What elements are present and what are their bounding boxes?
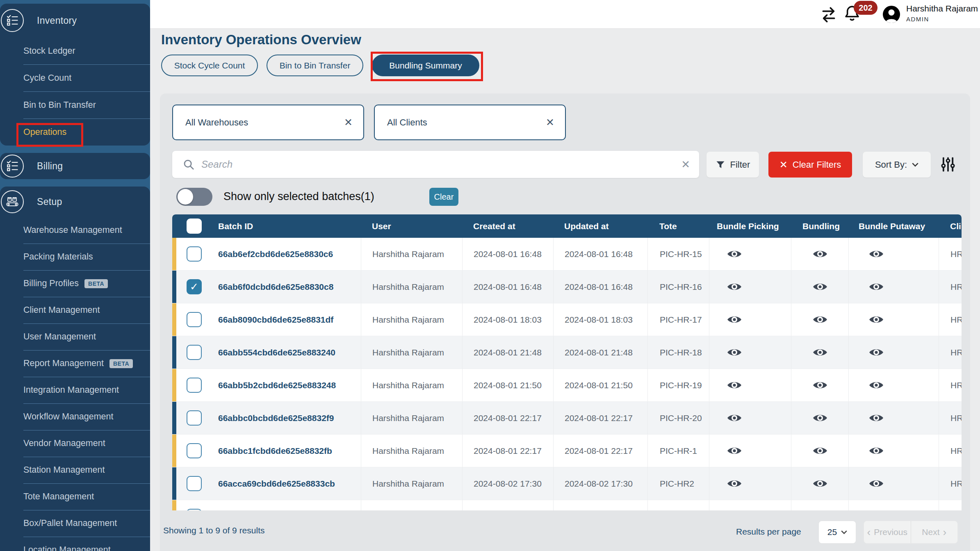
clear-search-icon[interactable]: ✕	[681, 158, 690, 171]
warehouse-filter-dropdown[interactable]: All Warehouses ✕	[172, 105, 364, 140]
row-checkbox[interactable]	[187, 443, 202, 458]
sort-by-dropdown[interactable]: Sort By:	[863, 152, 931, 178]
table-row: 66ab8090cbd6de625e8831df Harshitha Rajar…	[172, 303, 962, 336]
notification-count-badge[interactable]: 202	[854, 1, 877, 15]
bundle-putaway-view-icon[interactable]	[869, 347, 884, 358]
bundle-putaway-view-icon[interactable]	[869, 248, 884, 260]
page-size-dropdown[interactable]: 25	[818, 521, 856, 544]
sidebar-item[interactable]: Workflow Management	[0, 403, 150, 430]
row-checkbox[interactable]	[187, 378, 202, 393]
sidebar-item[interactable]: Tote Management	[0, 483, 150, 510]
sidebar-item[interactable]: Report Management BETA	[0, 350, 150, 377]
sidebar-item[interactable]: Billing Profiles BETA	[0, 270, 150, 297]
column-header[interactable]: Bundling	[791, 221, 848, 231]
user-info[interactable]: Harshitha Rajaram ADMIN	[906, 4, 978, 23]
bundle-picking-view-icon[interactable]	[727, 478, 742, 489]
filter-button[interactable]: Filter	[707, 152, 759, 178]
bundling-view-icon[interactable]	[813, 478, 827, 489]
client-filter-dropdown[interactable]: All Clients ✕	[374, 105, 566, 140]
batch-id-link[interactable]: 66abb5b2cbd6de625e883248	[205, 369, 361, 401]
bundle-putaway-view-icon[interactable]	[869, 281, 884, 292]
bundle-picking-view-icon[interactable]	[727, 347, 742, 358]
row-checkbox[interactable]	[187, 509, 202, 510]
select-all-checkbox[interactable]	[187, 219, 202, 234]
column-header[interactable]: Cli	[939, 221, 962, 231]
column-header[interactable]: Batch ID	[205, 221, 361, 231]
toggle-knob	[178, 189, 193, 205]
sidebar-item[interactable]: Location Management	[0, 537, 150, 551]
sidebar-item[interactable]: Cycle Count	[0, 64, 150, 91]
show-selected-toggle[interactable]	[176, 188, 212, 206]
bundle-putaway-view-icon[interactable]	[869, 380, 884, 391]
sidebar-item[interactable]: Integration Management	[0, 377, 150, 403]
tab[interactable]: Bundling Summary	[372, 55, 479, 76]
sidebar-item[interactable]: Client Management	[0, 297, 150, 323]
bundling-view-icon[interactable]	[813, 347, 827, 358]
column-settings-icon[interactable]	[940, 151, 956, 178]
batch-id-link[interactable]	[205, 500, 361, 510]
row-checkbox[interactable]	[187, 410, 202, 426]
sidebar-item[interactable]: Packing Materials	[0, 244, 150, 270]
bundle-picking-view-icon[interactable]	[727, 380, 742, 391]
sidebar-group-billing[interactable]: Billing	[0, 153, 150, 179]
column-header[interactable]: Bundle Picking	[709, 221, 791, 231]
swap-arrows-icon[interactable]	[820, 6, 837, 23]
sidebar-item[interactable]: Bin to Bin Transfer	[0, 91, 150, 118]
row-checkbox[interactable]	[187, 345, 202, 360]
row-checkbox[interactable]	[187, 476, 202, 491]
bundle-putaway-view-icon[interactable]	[869, 445, 884, 456]
bundling-view-icon[interactable]	[813, 281, 827, 292]
batch-id-link[interactable]: 66abbc0bcbd6de625e8832f9	[205, 402, 361, 434]
batch-id-link[interactable]: 66ab6f0dcbd6de625e8830c8	[205, 271, 361, 303]
batch-id-link[interactable]: 66ab6ef2cbd6de625e8830c6	[205, 238, 361, 270]
bundling-view-icon[interactable]	[813, 380, 827, 391]
clear-warehouse-icon[interactable]: ✕	[344, 116, 353, 128]
sidebar-item[interactable]: Operations	[0, 118, 150, 146]
tab[interactable]: Stock Cycle Count	[161, 55, 258, 76]
bundling-view-icon[interactable]	[813, 314, 827, 325]
row-checkbox[interactable]	[187, 279, 202, 294]
bundle-picking-view-icon[interactable]	[727, 248, 742, 260]
search-input[interactable]	[201, 159, 677, 170]
previous-page-button[interactable]: ‹ Previous	[864, 521, 911, 543]
table-header: Batch IDUserCreated atUpdated atToteBund…	[172, 214, 962, 238]
user-avatar-icon[interactable]	[882, 5, 900, 23]
row-checkbox[interactable]	[187, 246, 202, 262]
batch-id-link[interactable]: 66acca69cbd6de625e8833cb	[205, 467, 361, 500]
column-header[interactable]: Bundle Putaway	[848, 221, 939, 231]
bundling-view-icon[interactable]	[813, 412, 827, 423]
column-header[interactable]: User	[361, 221, 462, 231]
column-header[interactable]: Created at	[462, 221, 553, 231]
row-checkbox[interactable]	[187, 312, 202, 327]
sidebar-item[interactable]: Box/Pallet Management	[0, 510, 150, 537]
batch-id-link[interactable]: 66abbc1fcbd6de625e8832fb	[205, 435, 361, 467]
batch-id-link[interactable]: 66abb554cbd6de625e883240	[205, 336, 361, 369]
bundle-picking-view-icon[interactable]	[727, 281, 742, 292]
client-cell	[939, 500, 962, 510]
sidebar-group-inventory[interactable]: Inventory	[0, 4, 150, 37]
sidebar-item[interactable]: Vendor Management	[0, 430, 150, 457]
batch-id-link[interactable]: 66ab8090cbd6de625e8831df	[205, 303, 361, 336]
tote-cell: PIC-HR-17	[647, 303, 709, 336]
bundle-putaway-view-icon[interactable]	[869, 412, 884, 423]
sidebar-item[interactable]: Warehouse Management	[0, 217, 150, 244]
sidebar-item[interactable]: Station Management	[0, 457, 150, 483]
next-page-button[interactable]: Next ›	[911, 521, 958, 543]
bundle-putaway-view-icon[interactable]	[869, 478, 884, 489]
sidebar-group-setup[interactable]: Setup	[0, 187, 150, 217]
bundle-picking-view-icon[interactable]	[727, 314, 742, 325]
row-accent-bar	[172, 336, 176, 369]
bundle-putaway-view-icon[interactable]	[869, 314, 884, 325]
clear-selection-button[interactable]: Clear	[429, 188, 458, 206]
tab[interactable]: Bin to Bin Transfer	[267, 55, 363, 76]
clear-filters-button[interactable]: ✕ Clear Filters	[768, 152, 852, 178]
sidebar-item[interactable]: User Management	[0, 323, 150, 350]
bundling-view-icon[interactable]	[813, 248, 827, 260]
clear-client-icon[interactable]: ✕	[546, 116, 554, 128]
bundling-view-icon[interactable]	[813, 445, 827, 456]
bundle-picking-view-icon[interactable]	[727, 412, 742, 423]
column-header[interactable]: Updated at	[553, 221, 647, 231]
sidebar-item[interactable]: Stock Ledger	[0, 37, 150, 64]
column-header[interactable]: Tote	[647, 221, 709, 231]
bundle-picking-view-icon[interactable]	[727, 445, 742, 456]
